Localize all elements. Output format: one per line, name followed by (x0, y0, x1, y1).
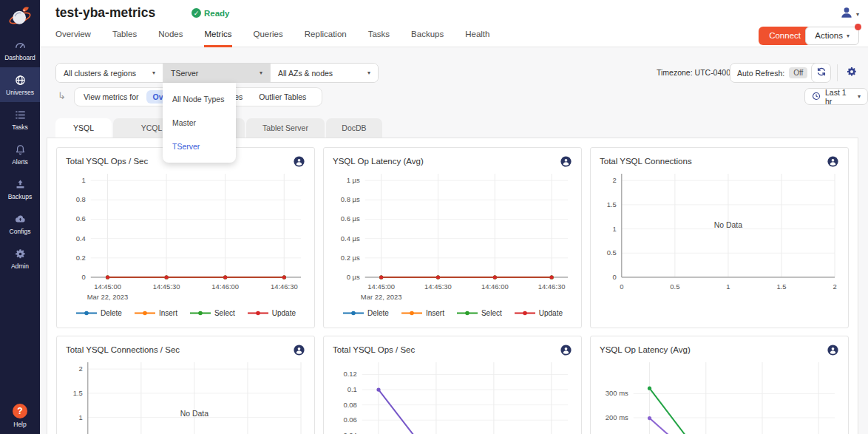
svg-text:0.08: 0.08 (343, 401, 356, 409)
tab-overview[interactable]: Overview (55, 30, 91, 47)
tab-replication[interactable]: Replication (305, 30, 347, 47)
universe-link-icon[interactable] (560, 344, 572, 356)
notification-dot (855, 24, 861, 30)
svg-text:0.5: 0.5 (607, 248, 617, 257)
legend-item-delete[interactable]: Delete (342, 309, 389, 317)
universe-nav-tabs: OverviewTablesNodesMetricsQueriesReplica… (55, 30, 489, 47)
sidebar-item-dashboard[interactable]: Dashboard (0, 33, 40, 67)
svg-text:14:46:30: 14:46:30 (271, 282, 298, 291)
legend-item-delete[interactable]: Delete (75, 309, 122, 317)
user-menu[interactable]: ▾ (839, 5, 859, 23)
chart-canvas: 21.510.50No Data (66, 358, 305, 434)
chevron-down-icon: ▾ (856, 11, 859, 18)
svg-text:0.6: 0.6 (76, 214, 86, 223)
svg-text:14:45:00: 14:45:00 (367, 282, 395, 291)
tab-health[interactable]: Health (465, 30, 489, 47)
legend-item-insert[interactable]: Insert (134, 309, 177, 317)
sidebar-item-label: Configs (10, 228, 31, 235)
tab-tasks[interactable]: Tasks (368, 30, 390, 47)
sidebar-item-admin[interactable]: Admin (0, 241, 40, 276)
configs-icon (14, 213, 27, 226)
dropdown-option-tserver[interactable]: TServer (163, 135, 236, 158)
svg-text:0.12: 0.12 (343, 370, 356, 378)
filter-selects: All clusters & regions▾ TServer▾ All AZs… (55, 63, 379, 83)
backups-icon (14, 178, 27, 191)
universe-link-icon[interactable] (560, 155, 572, 168)
refresh-button[interactable] (811, 63, 831, 83)
chart-canvas: 0.120.10.080.060.040.020 (333, 358, 572, 434)
chevron-down-icon: ▾ (847, 27, 850, 44)
sidebar-item-configs[interactable]: Configs (0, 206, 40, 241)
tab-backups[interactable]: Backups (411, 30, 444, 47)
svg-text:2: 2 (79, 365, 83, 373)
alerts-icon (14, 143, 27, 156)
legend-item-select[interactable]: Select (456, 309, 502, 317)
metric-tab-ysql[interactable]: YSQL (55, 118, 112, 138)
svg-text:0.1: 0.1 (347, 385, 357, 393)
tab-metrics[interactable]: Metrics (204, 30, 231, 47)
metric-tab-tablet-server[interactable]: Tablet Server (246, 118, 325, 138)
sidebar-item-tasks[interactable]: Tasks (0, 102, 40, 137)
auto-refresh-value[interactable]: Off (789, 67, 807, 78)
svg-text:No Data: No Data (180, 410, 208, 418)
universe-link-icon[interactable] (827, 344, 839, 356)
node-type-dropdown: All Node TypesMasterTServer (163, 83, 236, 163)
chart-canvas: 21.510.5000.511.52No Data (600, 169, 839, 307)
sidebar-item-backups[interactable]: Backups (0, 172, 40, 206)
sidebar-item-label: Tasks (12, 123, 28, 131)
actions-button[interactable]: Actions ▾ (805, 27, 859, 45)
legend-item-insert[interactable]: Insert (401, 309, 444, 317)
legend-item-select[interactable]: Select (189, 309, 235, 317)
tasks-icon (14, 109, 27, 121)
time-range-button[interactable]: Last 1 hr ▾ (804, 88, 868, 105)
chart-legend: DeleteInsertSelectUpdate (66, 307, 305, 319)
chart-card-total-ysql-ops-sec: Total YSQL Ops / Sec10.80.60.40.2014:45:… (56, 147, 315, 328)
svg-text:0 µs: 0 µs (347, 273, 360, 281)
sidebar: DashboardUniversesTasksAlertsBackupsConf… (0, 0, 40, 434)
svg-text:0.5: 0.5 (670, 282, 679, 291)
sidebar-item-universes[interactable]: Universes (0, 67, 40, 102)
connect-button[interactable]: Connect (759, 27, 811, 45)
node-type-select[interactable]: TServer▾ (163, 64, 271, 82)
svg-text:14:45:30: 14:45:30 (424, 282, 452, 291)
chart-title: YSQL Op Latency (Avg) (600, 345, 691, 354)
metrics-content: All clusters & regions▾ TServer▾ All AZs… (40, 47, 868, 434)
sidebar-item-help[interactable]: ? Help (0, 404, 40, 428)
svg-text:2: 2 (833, 282, 836, 291)
yugabyte-logo-icon[interactable] (0, 0, 40, 33)
universe-link-icon[interactable] (827, 155, 839, 168)
chart-title: Total YSQL Connections (600, 157, 692, 166)
metrics-settings-button[interactable] (841, 63, 861, 83)
svg-text:300 ms: 300 ms (606, 389, 628, 397)
chart-card-total-ysql-connections: Total YSQL Connections21.510.5000.511.52… (590, 147, 849, 328)
sidebar-item-label: Alerts (12, 158, 28, 166)
svg-text:0.8: 0.8 (76, 195, 86, 203)
dropdown-option-master[interactable]: Master (163, 111, 236, 135)
universe-link-icon[interactable] (293, 155, 305, 168)
svg-text:1.5: 1.5 (73, 389, 83, 397)
tab-queries[interactable]: Queries (254, 30, 283, 47)
chevron-down-icon: ▾ (260, 69, 262, 76)
dropdown-option-all-node-types[interactable]: All Node Types (163, 87, 236, 111)
admin-icon (14, 248, 27, 260)
svg-text:14:46:30: 14:46:30 (538, 282, 566, 291)
gear-icon (846, 66, 858, 81)
chart-card-ysql-op-latency-avg: YSQL Op Latency (Avg)300 ms200 ms100 ms0… (590, 336, 849, 434)
help-icon: ? (13, 404, 27, 418)
svg-text:Mar 22, 2023: Mar 22, 2023 (87, 293, 129, 301)
view-chip-outlier-tables[interactable]: Outlier Tables (252, 90, 313, 104)
chart-card-total-ysql-connections-sec: Total YSQL Connections / Sec21.510.50No … (56, 336, 315, 434)
tab-nodes[interactable]: Nodes (158, 30, 183, 47)
metric-tab-docdb[interactable]: DocDB (326, 118, 382, 138)
legend-item-update[interactable]: Update (247, 309, 296, 317)
universe-link-icon[interactable] (293, 344, 305, 356)
sidebar-item-alerts[interactable]: Alerts (0, 137, 40, 172)
svg-text:No Data: No Data (714, 221, 742, 229)
legend-item-update[interactable]: Update (514, 309, 563, 317)
status-label: Ready (204, 9, 230, 18)
svg-text:0.2 µs: 0.2 µs (341, 254, 360, 262)
tab-tables[interactable]: Tables (112, 30, 137, 47)
svg-text:1: 1 (613, 225, 617, 233)
cluster-region-select[interactable]: All clusters & regions▾ (56, 64, 163, 82)
az-node-select[interactable]: All AZs & nodes▾ (271, 64, 378, 82)
